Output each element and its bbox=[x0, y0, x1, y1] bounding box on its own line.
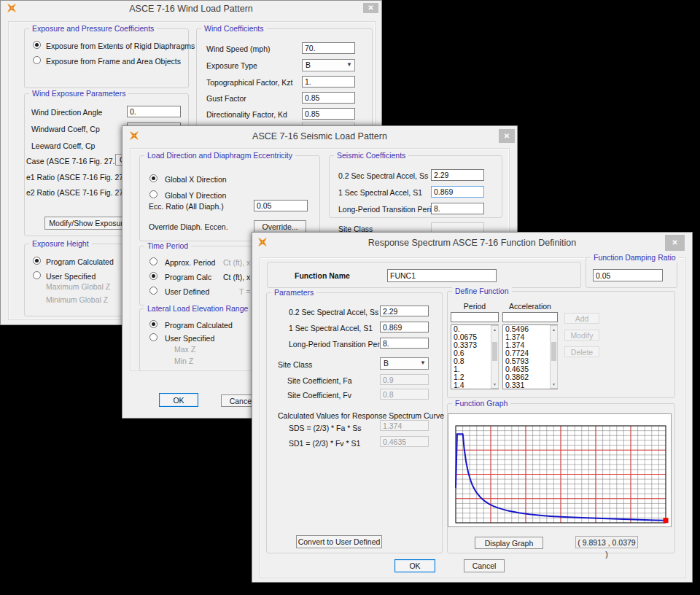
chevron-down-icon: ▼ bbox=[420, 359, 426, 366]
response-title: Response Spectrum ASCE 7-16 Function Def… bbox=[274, 238, 670, 248]
seismic-ss-input[interactable] bbox=[431, 169, 484, 181]
csi-app-icon bbox=[257, 237, 268, 247]
windward-coeff-label: Windward Coeff, Cp bbox=[31, 125, 100, 133]
topographical-factor-input[interactable] bbox=[302, 76, 355, 88]
override-diaph-label: Override Diaph. Eccen. bbox=[149, 222, 228, 231]
lateral-range-group-label: Lateral Load Elevation Range bbox=[144, 304, 251, 313]
radio-approx-period[interactable] bbox=[149, 257, 158, 265]
seismic-s1-label: 1 Sec Spectral Accel, S1 bbox=[338, 188, 422, 197]
wind-speed-input[interactable] bbox=[302, 42, 355, 54]
acceleration-entry-input[interactable] bbox=[502, 312, 558, 322]
wind-height-group-label: Exposure Height bbox=[29, 239, 92, 248]
display-graph-button[interactable]: Display Graph bbox=[475, 537, 543, 549]
param-ss-input[interactable] bbox=[380, 306, 429, 316]
function-name-input[interactable] bbox=[387, 269, 497, 282]
seismic-s1-input[interactable] bbox=[431, 186, 484, 198]
site-class-select[interactable]: B ▼ bbox=[380, 357, 429, 370]
seismic-ok-button[interactable]: OK bbox=[159, 393, 198, 407]
chevron-down-icon: ▼ bbox=[346, 61, 352, 68]
scroll-up-icon[interactable]: ▲ bbox=[491, 326, 498, 333]
seismic-titlebar[interactable]: ASCE 7-16 Seismic Load Pattern ✕ bbox=[122, 126, 517, 145]
wind-title: ASCE 7-16 Wind Load Pattern bbox=[23, 4, 359, 14]
response-titlebar[interactable]: Response Spectrum ASCE 7-16 Function Def… bbox=[252, 233, 692, 252]
radio-approx-period-label: Approx. Period bbox=[165, 258, 215, 267]
function-graph-group-label: Function Graph bbox=[452, 399, 510, 408]
seismic-long-period-label: Long-Period Transition Period bbox=[338, 205, 440, 214]
directionality-factor-label: Directionality Factor, Kd bbox=[206, 110, 287, 119]
wind-coeff-group-label: Wind Coefficients bbox=[201, 24, 267, 33]
scrollbar-thumb[interactable] bbox=[551, 342, 556, 361]
site-coeff-fv-input bbox=[380, 389, 429, 400]
response-window: Response Spectrum ASCE 7-16 Function Def… bbox=[252, 232, 693, 583]
modify-show-exposure-button[interactable]: Modify/Show Exposure bbox=[44, 217, 132, 230]
damping-input[interactable] bbox=[593, 269, 663, 281]
wind-params-group-label: Wind Exposure Parameters bbox=[29, 89, 128, 98]
period-list-scrollbar[interactable]: ▲ ▼ bbox=[491, 325, 499, 389]
seismic-ss-label: 0.2 Sec Spectral Accel, Ss bbox=[338, 171, 428, 180]
radio-exposure-rigid-diaphragms[interactable] bbox=[33, 41, 41, 49]
scrollbar-thumb[interactable] bbox=[492, 342, 497, 361]
radio-program-calc[interactable] bbox=[149, 272, 158, 280]
acceleration-list-item[interactable]: 0.331 bbox=[503, 381, 557, 389]
exposure-type-value: B bbox=[306, 61, 311, 69]
time-period-group-label: Time Period bbox=[144, 241, 191, 250]
scroll-up-icon[interactable]: ▲ bbox=[551, 326, 557, 333]
modify-button: Modify bbox=[564, 330, 599, 341]
response-ok-button[interactable]: OK bbox=[394, 559, 435, 572]
ecc-ratio-label: Ecc. Ratio (All Diaph.) bbox=[149, 202, 224, 211]
calculated-values-label: Calculated Values for Response Spectrum … bbox=[278, 411, 444, 420]
radio-height-program-calculated[interactable] bbox=[33, 257, 41, 265]
override-button[interactable]: Override... bbox=[254, 220, 306, 233]
function-name-label: Function Name bbox=[295, 271, 350, 280]
convert-user-defined-button[interactable]: Convert to User Defined bbox=[296, 535, 382, 548]
minimum-global-z-label: Minimum Global Z bbox=[46, 295, 108, 304]
seismic-title: ASCE 7-16 Seismic Load Pattern bbox=[144, 131, 495, 141]
wind-direction-angle-input[interactable] bbox=[127, 106, 181, 117]
period-entry-input[interactable] bbox=[451, 312, 499, 322]
sd1-label: SD1 = (2/3) * Fv * S1 bbox=[289, 439, 360, 448]
maximum-global-z-label: Maximum Global Z bbox=[46, 282, 110, 291]
radio-global-y[interactable] bbox=[149, 190, 158, 198]
seismic-close-icon[interactable]: ✕ bbox=[499, 129, 515, 143]
radio-global-x[interactable] bbox=[149, 174, 158, 182]
scroll-down-icon[interactable]: ▼ bbox=[491, 381, 498, 388]
radio-lateral-program-calculated[interactable] bbox=[149, 320, 158, 328]
acceleration-list-scrollbar[interactable]: ▲ ▼ bbox=[550, 325, 558, 389]
radio-exposure-frame-area[interactable] bbox=[33, 56, 41, 64]
radio-lateral-program-calculated-label: Program Calculated bbox=[165, 321, 233, 330]
radio-height-user-specified-label: User Specified bbox=[46, 272, 96, 281]
site-coeff-fv-label: Site Coefficient, Fv bbox=[287, 391, 351, 400]
response-close-icon[interactable]: ✕ bbox=[665, 235, 685, 251]
site-class-label: Site Class bbox=[278, 360, 312, 369]
radio-height-user-specified[interactable] bbox=[33, 271, 41, 279]
scroll-down-icon[interactable]: ▼ bbox=[551, 381, 557, 388]
wind-close-icon[interactable]: ✕ bbox=[363, 3, 378, 13]
define-function-group-label: Define Function bbox=[452, 287, 512, 295]
wind-titlebar[interactable]: ASCE 7-16 Wind Load Pattern ✕ bbox=[1, 1, 381, 17]
wind-direction-angle-label: Wind Direction Angle bbox=[31, 108, 102, 117]
param-s1-input[interactable] bbox=[380, 322, 429, 332]
radio-user-defined-period[interactable] bbox=[149, 287, 158, 295]
ecc-ratio-input[interactable] bbox=[254, 200, 308, 211]
exposure-type-label: Exposure Type bbox=[206, 61, 257, 70]
response-spectrum-curve bbox=[448, 414, 671, 526]
radio-global-y-label: Global Y Direction bbox=[165, 191, 226, 200]
csi-app-icon bbox=[7, 3, 17, 13]
seismic-long-period-input[interactable] bbox=[431, 203, 484, 214]
param-ss-label: 0.2 Sec Spectral Accel, Ss bbox=[289, 308, 378, 316]
wind-case-label: Case (ASCE 7-16 Fig. 27.3-8) bbox=[26, 157, 128, 166]
exposure-type-select[interactable]: B ▼ bbox=[302, 59, 355, 71]
directionality-factor-input[interactable] bbox=[302, 108, 355, 120]
seismic-direction-group-label: Load Direction and Diaphragm Eccentricit… bbox=[144, 151, 295, 160]
param-long-period-input[interactable] bbox=[380, 338, 429, 349]
gust-factor-input[interactable] bbox=[302, 92, 355, 104]
seismic-coeff-group-label: Seismic Coefficients bbox=[334, 151, 408, 160]
radio-lateral-user-specified[interactable] bbox=[149, 333, 158, 341]
site-coeff-fa-label: Site Coefficient, Fa bbox=[287, 376, 352, 385]
radio-exposure-rigid-diaphragms-label: Exposure from Extents of Rigid Diaphragm… bbox=[46, 42, 195, 50]
leeward-coeff-label: Leeward Coeff, Cp bbox=[31, 141, 95, 150]
response-cancel-button[interactable]: Cancel bbox=[464, 559, 505, 572]
user-defined-t-label: T = bbox=[239, 287, 250, 296]
site-class-value: B bbox=[384, 359, 389, 368]
radio-user-defined-period-label: User Defined bbox=[165, 287, 209, 296]
